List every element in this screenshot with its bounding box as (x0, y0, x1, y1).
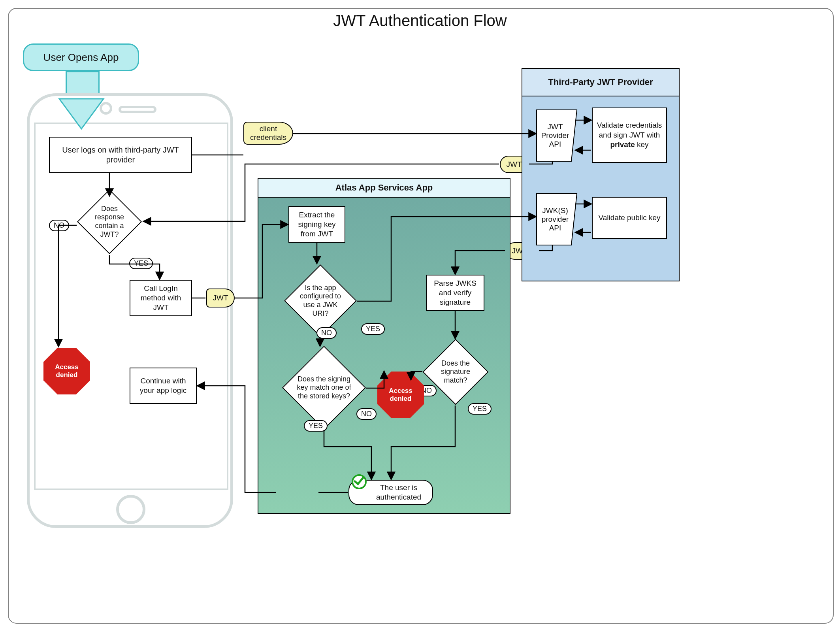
start-banner: User Opens App (23, 43, 139, 71)
phone-camera (100, 102, 112, 115)
atlas-panel-header: Atlas App Services App (258, 178, 510, 198)
phone-home-button (116, 495, 145, 524)
login-box: User logs on with third-party JWT provid… (49, 137, 192, 173)
check-icon (352, 474, 367, 489)
phone-speaker (119, 106, 156, 113)
atlas-key-no: NO (356, 408, 377, 420)
validate-public-box: Validate public key (592, 197, 667, 239)
stop-access-denied-phone: Access denied (43, 348, 90, 394)
label-yes: YES (129, 258, 153, 269)
provider-panel-header: Third-Party JWT Provider (522, 68, 680, 96)
atlas-sig-yes: YES (468, 403, 492, 415)
jwt-provider-api: JWT Provider API (538, 118, 572, 153)
extract-key-box: Extract the signing key from JWT (288, 206, 345, 243)
atlas-jwk-yes: YES (361, 323, 385, 335)
jwks-provider-api: JWK(S) provider API (538, 202, 572, 237)
diagram-title: JWT Authentication Flow (0, 12, 840, 30)
call-login-box: Call LogIn method with JWT (130, 280, 192, 316)
atlas-key-yes: YES (304, 420, 328, 432)
tag-jwt-to-atlas: JWT (206, 289, 235, 307)
label-no: NO (49, 220, 69, 231)
parse-jwks-box: Parse JWKS and verify signature (426, 275, 484, 311)
continue-box: Continue with your app logic (130, 368, 197, 404)
provider-panel (522, 68, 680, 281)
atlas-jwk-no: NO (316, 327, 337, 339)
tag-client-credentials: client credentials (243, 122, 293, 145)
validate-sign-box: Validate credentials and sign JWT with p… (592, 108, 667, 163)
